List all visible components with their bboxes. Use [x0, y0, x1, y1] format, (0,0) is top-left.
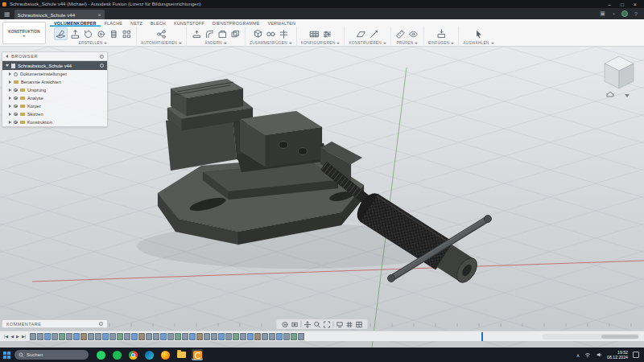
chevron-down-icon[interactable]: [289, 43, 292, 44]
plane-button[interactable]: [356, 28, 367, 39]
tab-dienstprogramme[interactable]: DIENSTPROGRAMME: [208, 19, 264, 27]
chevron-down-icon[interactable]: [383, 43, 386, 44]
shell-button[interactable]: [217, 28, 228, 39]
minimize-button[interactable]: –: [603, 2, 616, 7]
timeline-feature[interactable]: [88, 333, 94, 340]
display-settings-button[interactable]: [336, 317, 344, 331]
chevron-down-icon[interactable]: [451, 43, 454, 44]
focus-icon[interactable]: [100, 64, 104, 68]
timeline-feature[interactable]: [175, 333, 181, 340]
zoom-button[interactable]: [314, 317, 321, 331]
visibility-eye-icon[interactable]: [14, 88, 18, 92]
grid-settings-button[interactable]: [346, 317, 353, 331]
config-table-button[interactable]: [308, 28, 320, 39]
timeline-feature[interactable]: [73, 333, 80, 340]
expand-icon[interactable]: [6, 64, 9, 67]
timeline-feature[interactable]: [37, 333, 43, 340]
3d-viewport[interactable]: BROWSER Schraubstock_Schule v44 Dokument…: [0, 47, 644, 348]
timeline-feature[interactable]: [247, 333, 254, 340]
edge-icon[interactable]: [143, 349, 155, 360]
timeline-feature[interactable]: [131, 333, 138, 340]
expand-icon[interactable]: [9, 121, 11, 124]
expand-icon[interactable]: [9, 80, 11, 84]
tab-volumenkoerper[interactable]: VOLUMENKÖRPER: [50, 19, 101, 27]
timeline-feature[interactable]: [59, 333, 65, 340]
scrollbar-thumb[interactable]: [601, 335, 638, 339]
timeline-end-button[interactable]: ▶|: [22, 334, 26, 339]
file-explorer-icon[interactable]: [175, 349, 187, 360]
timeline-feature[interactable]: [276, 333, 283, 340]
firefox-icon[interactable]: [159, 349, 171, 360]
visibility-eye-icon[interactable]: [14, 121, 18, 124]
tab-netz[interactable]: NETZ: [126, 19, 147, 27]
timeline-feature[interactable]: [298, 333, 304, 340]
timeline-scrollbar[interactable]: [543, 334, 639, 339]
timeline-feature[interactable]: [167, 333, 174, 340]
expand-icon[interactable]: [9, 97, 11, 100]
timeline-feature[interactable]: [95, 333, 101, 340]
home-icon[interactable]: [607, 92, 613, 97]
timeline-play-button[interactable]: ▶: [16, 334, 19, 339]
chevron-down-icon[interactable]: [336, 43, 340, 44]
timeline-feature[interactable]: [269, 333, 275, 340]
timeline-feature[interactable]: [211, 333, 217, 340]
tab-verwalten[interactable]: VERWALTEN: [264, 19, 300, 27]
axis-button[interactable]: [369, 28, 380, 39]
viewports-button[interactable]: [356, 317, 363, 331]
chrome-icon[interactable]: [127, 349, 138, 360]
notifications-bell-icon[interactable]: ◔: [612, 11, 615, 17]
expand-icon[interactable]: [9, 72, 11, 76]
visibility-eye-icon[interactable]: [14, 105, 18, 108]
browser-node-ursprung[interactable]: Ursprung: [2, 86, 107, 94]
timeline-feature[interactable]: [283, 333, 290, 340]
browser-node-dokumenteinstellungen[interactable]: Dokumenteinstellungen: [2, 70, 107, 78]
extrude-button[interactable]: [69, 28, 80, 39]
taskbar-clock[interactable]: 19:52 08.12.2024: [607, 350, 628, 360]
chevron-down-icon[interactable]: [179, 43, 182, 44]
timeline-feature[interactable]: [204, 333, 210, 340]
browser-options-icon[interactable]: [100, 55, 104, 59]
new-component-button[interactable]: [252, 28, 263, 39]
timeline-feature[interactable]: [102, 333, 109, 340]
timeline-start-button[interactable]: |◀: [4, 334, 8, 339]
inspect-button[interactable]: [408, 28, 419, 39]
timeline-feature[interactable]: [52, 333, 58, 340]
timeline-feature[interactable]: [196, 333, 203, 340]
maximize-button[interactable]: □: [616, 2, 629, 7]
look-at-button[interactable]: [291, 317, 299, 331]
chevron-down-icon[interactable]: [104, 43, 107, 44]
create-sketch-button[interactable]: [54, 27, 68, 40]
revolve-button[interactable]: [82, 28, 93, 39]
expand-icon[interactable]: [9, 113, 11, 116]
timeline-feature[interactable]: [30, 333, 36, 340]
timeline-feature[interactable]: [109, 333, 116, 340]
pan-button[interactable]: [304, 317, 312, 331]
timeline-feature[interactable]: [146, 333, 152, 340]
timeline-step-back-button[interactable]: ◀: [10, 334, 14, 339]
align-button[interactable]: [278, 28, 289, 39]
fusion-app-icon[interactable]: [192, 349, 203, 360]
timeline-feature[interactable]: [80, 333, 87, 340]
hole-button[interactable]: [95, 28, 106, 39]
timeline-feature[interactable]: [225, 333, 232, 340]
timeline-feature[interactable]: [44, 333, 51, 340]
timeline-position-marker[interactable]: [481, 332, 483, 341]
browser-node-benannte-ansichten[interactable]: Benannte Ansichten: [2, 78, 107, 86]
browser-root-node[interactable]: Schraubstock_Schule v44: [2, 61, 107, 70]
comments-panel[interactable]: KOMMENTARE: [2, 319, 108, 328]
collapse-panel-icon[interactable]: [6, 55, 8, 58]
document-tab[interactable]: Schraubstock_Schule v44 ×: [14, 10, 105, 19]
combine-button[interactable]: [229, 28, 241, 39]
help-icon[interactable]: ?: [634, 11, 638, 17]
pattern-button[interactable]: [121, 28, 132, 39]
insert-button[interactable]: [436, 28, 447, 39]
timeline-feature[interactable]: [189, 333, 196, 340]
timeline-feature[interactable]: [117, 333, 123, 340]
joint-button[interactable]: [265, 28, 276, 39]
extensions-icon[interactable]: ▣: [600, 10, 605, 17]
timeline-feature[interactable]: [291, 333, 297, 340]
viewcube[interactable]: [601, 53, 638, 100]
taskbar-search[interactable]: Suchen: [14, 350, 89, 360]
chevron-down-icon[interactable]: [415, 43, 418, 44]
comments-options-icon[interactable]: [99, 322, 103, 326]
